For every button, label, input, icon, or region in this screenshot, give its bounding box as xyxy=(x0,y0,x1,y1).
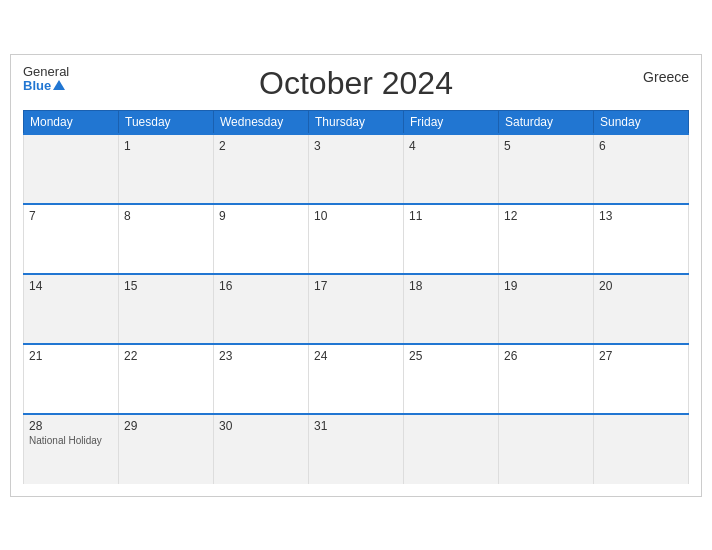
day-number: 4 xyxy=(409,139,493,153)
month-title: October 2024 xyxy=(259,65,453,102)
week-row-3: 14151617181920 xyxy=(24,274,689,344)
day-event: National Holiday xyxy=(29,435,102,446)
day-number: 7 xyxy=(29,209,113,223)
calendar-cell: 11 xyxy=(404,204,499,274)
day-number: 6 xyxy=(599,139,683,153)
calendar-cell: 30 xyxy=(214,414,309,484)
day-number: 20 xyxy=(599,279,683,293)
calendar-cell xyxy=(404,414,499,484)
day-number: 2 xyxy=(219,139,303,153)
day-number: 21 xyxy=(29,349,113,363)
calendar-cell: 19 xyxy=(499,274,594,344)
logo-general-text: General xyxy=(23,65,69,79)
country-label: Greece xyxy=(643,69,689,85)
day-number: 5 xyxy=(504,139,588,153)
calendar-cell: 25 xyxy=(404,344,499,414)
week-row-1: 123456 xyxy=(24,134,689,204)
weekday-header-thursday: Thursday xyxy=(309,110,404,134)
calendar-cell: 17 xyxy=(309,274,404,344)
calendar-cell: 5 xyxy=(499,134,594,204)
weekday-header-monday: Monday xyxy=(24,110,119,134)
calendar-cell: 28National Holiday xyxy=(24,414,119,484)
day-number: 29 xyxy=(124,419,208,433)
calendar-container: General Blue October 2024 Greece MondayT… xyxy=(10,54,702,497)
week-row-2: 78910111213 xyxy=(24,204,689,274)
day-number: 22 xyxy=(124,349,208,363)
calendar-cell: 2 xyxy=(214,134,309,204)
weekday-header-saturday: Saturday xyxy=(499,110,594,134)
calendar-cell xyxy=(594,414,689,484)
day-number: 3 xyxy=(314,139,398,153)
logo-triangle-icon xyxy=(53,80,65,90)
day-number: 16 xyxy=(219,279,303,293)
day-number: 15 xyxy=(124,279,208,293)
day-number: 13 xyxy=(599,209,683,223)
week-row-5: 28National Holiday293031 xyxy=(24,414,689,484)
day-number: 28 xyxy=(29,419,113,433)
day-number: 26 xyxy=(504,349,588,363)
calendar-cell xyxy=(499,414,594,484)
week-row-4: 21222324252627 xyxy=(24,344,689,414)
calendar-cell: 1 xyxy=(119,134,214,204)
day-number: 8 xyxy=(124,209,208,223)
weekday-header-row: MondayTuesdayWednesdayThursdayFridaySatu… xyxy=(24,110,689,134)
calendar-cell: 3 xyxy=(309,134,404,204)
day-number: 30 xyxy=(219,419,303,433)
calendar-cell: 16 xyxy=(214,274,309,344)
day-number: 19 xyxy=(504,279,588,293)
day-number: 24 xyxy=(314,349,398,363)
weekday-header-tuesday: Tuesday xyxy=(119,110,214,134)
calendar-cell: 31 xyxy=(309,414,404,484)
day-number: 27 xyxy=(599,349,683,363)
day-number: 9 xyxy=(219,209,303,223)
day-number: 18 xyxy=(409,279,493,293)
day-number: 25 xyxy=(409,349,493,363)
day-number: 12 xyxy=(504,209,588,223)
calendar-cell: 12 xyxy=(499,204,594,274)
calendar-cell: 15 xyxy=(119,274,214,344)
calendar-cell: 4 xyxy=(404,134,499,204)
calendar-cell: 8 xyxy=(119,204,214,274)
calendar-cell: 27 xyxy=(594,344,689,414)
calendar-header: General Blue October 2024 Greece xyxy=(23,65,689,102)
calendar-table: MondayTuesdayWednesdayThursdayFridaySatu… xyxy=(23,110,689,484)
weekday-header-sunday: Sunday xyxy=(594,110,689,134)
day-number: 31 xyxy=(314,419,398,433)
calendar-cell: 23 xyxy=(214,344,309,414)
calendar-cell: 6 xyxy=(594,134,689,204)
calendar-cell: 21 xyxy=(24,344,119,414)
logo-blue-text: Blue xyxy=(23,79,69,93)
weekday-header-wednesday: Wednesday xyxy=(214,110,309,134)
day-number: 10 xyxy=(314,209,398,223)
day-number: 14 xyxy=(29,279,113,293)
logo: General Blue xyxy=(23,65,69,94)
calendar-cell: 18 xyxy=(404,274,499,344)
calendar-cell: 13 xyxy=(594,204,689,274)
calendar-cell: 14 xyxy=(24,274,119,344)
calendar-cell: 26 xyxy=(499,344,594,414)
calendar-cell: 7 xyxy=(24,204,119,274)
calendar-cell: 24 xyxy=(309,344,404,414)
calendar-cell: 10 xyxy=(309,204,404,274)
calendar-cell xyxy=(24,134,119,204)
calendar-cell: 20 xyxy=(594,274,689,344)
weekday-header-friday: Friday xyxy=(404,110,499,134)
day-number: 23 xyxy=(219,349,303,363)
day-number: 17 xyxy=(314,279,398,293)
calendar-cell: 9 xyxy=(214,204,309,274)
day-number: 11 xyxy=(409,209,493,223)
calendar-cell: 29 xyxy=(119,414,214,484)
calendar-cell: 22 xyxy=(119,344,214,414)
day-number: 1 xyxy=(124,139,208,153)
